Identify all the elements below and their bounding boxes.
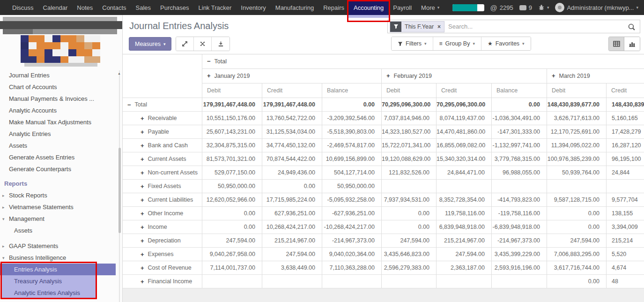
nav-item[interactable]: Sales [131,0,156,15]
pivot-cell: 15,722,071,341.00 [382,139,437,152]
apps-usage-progress[interactable] [452,4,484,11]
view-switcher [608,37,640,51]
pivot-measure-header[interactable]: Balance [492,83,547,98]
pivot-cell [492,275,547,288]
scroll-up-icon[interactable]: ▲ [118,72,121,75]
filters-button[interactable]: Filters ▾ [392,37,433,50]
pivot-cell: 121,832,526.00 [382,166,437,180]
expand-all-button[interactable] [176,37,194,51]
nav-item[interactable]: More ▾ [416,0,444,15]
pivot-cell: 8,074,119,437.00 [437,112,492,125]
pivot-month-header[interactable]: +March 2019 [547,69,644,83]
pivot-cell: 119,758,116.00 [437,207,492,220]
sidebar-item[interactable]: ▸ Stock Reports [0,189,122,201]
pivot-row: +Current Liabilities 12,620,052,966.00 1… [123,193,644,207]
sidebar-item[interactable]: Generate Assets Entries [0,151,122,163]
sidebar-item[interactable]: Make Manual Tax Adjustments [0,116,122,128]
pivot-view-button[interactable] [609,37,624,51]
pivot-cell: 34,774,450,132.00 [262,139,322,152]
pivot-month-header[interactable]: +January 2019 [202,69,382,83]
bug-icon [538,4,545,11]
sidebar-item[interactable]: Chart of Accounts [0,81,122,93]
search-input[interactable] [448,23,626,30]
sidebar-item[interactable]: Analytic Entries [0,128,122,140]
pivot-measure-header[interactable]: Debit [382,83,437,98]
pivot-row-header[interactable]: +Financial Income [123,275,202,288]
sidebar-item[interactable]: Assets [0,225,122,236]
toggle-arrow-icon: ▸ [2,205,9,210]
pivot-cell: 0.00 [382,220,437,234]
pivot-cell: 70,874,544,422.00 [262,152,322,166]
cross-arrows-icon [200,41,206,47]
pivot-row: +Cost of Revenue 7,114,001,737.00 3,638,… [123,261,644,275]
pivot-row-header[interactable]: +Current Assets [123,152,202,166]
nav-item[interactable]: Manufacturing [271,0,318,15]
sidebar-item[interactable]: Manual Payments & Invoices ... [0,93,122,105]
pivot-month-header[interactable]: +February 2019 [382,69,547,83]
pivot-col-total-header[interactable]: −Total [202,54,644,69]
pivot-measure-header[interactable]: Debit [202,83,262,98]
debug-menu-button[interactable]: ▾ [538,4,549,11]
pivot-row-header[interactable]: +Expenses [123,248,202,261]
toggle-arrow-icon: ▸ [2,244,9,249]
search-magnifier-icon[interactable] [628,23,636,32]
sidebar-scrollbar-thumb[interactable] [118,148,121,233]
sidebar-item[interactable]: Assets [0,140,122,151]
group-by-button[interactable]: ≡ Group By ▾ [433,37,481,50]
sidebar-item[interactable]: Reports [0,178,122,189]
pivot-row-header[interactable]: −Total [123,98,202,112]
pivot-measure-header[interactable]: Balance [322,83,382,98]
sidebar-item[interactable]: Treasury Analysis [1,275,96,287]
pivot-measure-header[interactable]: Debit [547,83,607,98]
nav-item[interactable]: Discuss [7,0,38,15]
pivot-measure-header[interactable]: Credit [437,83,492,98]
pivot-row-header[interactable]: +Cost of Revenue [123,261,202,275]
nav-item[interactable]: Calendar [38,0,73,15]
pivot-measure-header[interactable]: Credit [607,83,644,98]
chat-bubble-icon [519,5,526,10]
measures-button[interactable]: Measures ▾ [129,37,171,51]
pivot-cell: 8,352,728,354.00 [437,193,492,207]
user-menu[interactable]: Administrator (mknwyp... ▾ [555,3,638,12]
pivot-row-header[interactable]: +Income [123,220,202,234]
pivot-measure-header[interactable]: Credit [262,83,322,98]
nav-item[interactable]: Notes [72,0,97,15]
sidebar-item[interactable]: ▸ Vietnamese Statements [0,201,122,213]
pivot-row-header[interactable]: +Fixed Assets [123,180,202,193]
sidebar-item[interactable]: ▾ Management [0,213,122,225]
sidebar-item[interactable]: Invoices Analysis [0,299,122,302]
facet-remove-icon[interactable]: × [437,22,444,32]
sidebar-item[interactable]: Journal Entries [0,69,122,81]
nav-item[interactable]: Payroll [388,0,416,15]
sidebar-item[interactable]: ▾ Business Intelligence [0,252,122,264]
pivot-row-header[interactable]: +Other Income [123,207,202,220]
pivot-row-header[interactable]: +Current Liabilities [123,193,202,207]
expand-plus-icon: + [141,196,144,204]
pivot-row-header[interactable]: +Bank and Cash [123,139,202,152]
nav-item[interactable]: Inventory [236,0,270,15]
apps-usage-progress-fill [452,4,477,11]
search-facet[interactable]: This F.Year × [390,21,444,32]
nav-item[interactable]: Contacts [97,0,131,15]
nav-item[interactable]: Purchases [155,0,193,15]
nav-item[interactable]: Repairs [318,0,349,15]
pivot-row-header[interactable]: +Non-current Assets [123,166,202,180]
sidebar-item[interactable]: Generate Counterparts [0,163,122,175]
messages-button[interactable]: 9 [519,4,532,11]
favorites-button[interactable]: ★ Favorites ▾ [481,37,531,50]
pivot-cell: -1,036,304,491.00 [492,112,547,125]
pivot-row-header[interactable]: +Depreciation [123,234,202,248]
sidebar-item[interactable]: Analytic Accounts [0,105,122,116]
sidebar-item[interactable]: ▸ GAAP Statements [0,240,122,252]
pivot-cell: 2,593,916,196.00 [492,261,547,275]
mentions-button[interactable]: @ 2295 [490,4,513,12]
nav-item[interactable]: Link Tracker [194,0,237,15]
nav-item[interactable]: Accounting [349,0,388,15]
pivot-row-header[interactable]: +Receivable [123,112,202,125]
graph-view-button[interactable] [624,37,640,51]
sidebar-item[interactable]: Entries Analysis [0,264,116,275]
flip-axis-button[interactable] [194,37,212,51]
pivot-row-header[interactable]: +Payable [123,125,202,139]
sidebar-item[interactable]: Analytic Entries Analysis [1,287,96,299]
download-button[interactable] [212,37,229,51]
